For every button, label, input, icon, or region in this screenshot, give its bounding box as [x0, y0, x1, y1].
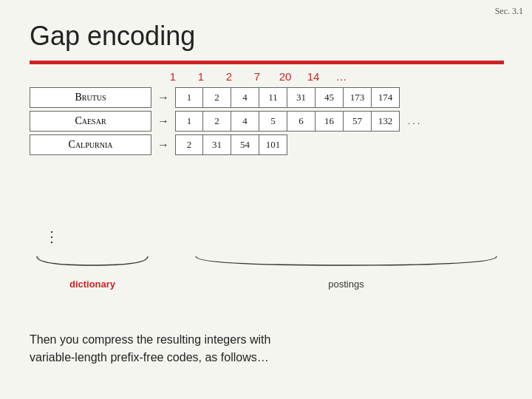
posting-cell: 4 — [231, 87, 259, 108]
posting-cell: 45 — [316, 87, 344, 108]
table-row: Caesar → 1 2 4 5 6 16 57 132 . . . — [30, 111, 504, 132]
arrow-icon: → — [151, 138, 175, 151]
posting-cell: 4 — [231, 111, 259, 132]
term-cell-calpurnia: Calpurnia — [30, 134, 151, 155]
col-header-7: … — [327, 70, 355, 83]
postings-caesar: 1 2 4 5 6 16 57 132 . . . — [175, 111, 428, 132]
vertical-dots: ⋮ — [44, 228, 61, 245]
postings-brace: postings — [188, 255, 504, 284]
footer-text: Then you compress the resulting integers… — [30, 331, 270, 366]
col-header-3: 2 — [215, 70, 243, 83]
posting-cell: 174 — [372, 87, 400, 108]
page-title: Gap encoding — [30, 21, 195, 52]
posting-cell: 31 — [287, 87, 316, 108]
postings-label: postings — [188, 279, 504, 290]
postings-calpurnia: 2 31 54 101 — [175, 134, 287, 155]
postings-brace-svg — [188, 255, 504, 277]
posting-cell: 6 — [287, 111, 316, 132]
posting-cell: 57 — [344, 111, 372, 132]
section-label: Sec. 3.1 — [495, 6, 523, 17]
dictionary-brace: dictionary — [30, 255, 155, 284]
posting-cell: 132 — [372, 111, 400, 132]
col-header-1: 1 — [159, 70, 187, 83]
col-header-4: 7 — [243, 70, 271, 83]
posting-cell: 2 — [203, 111, 231, 132]
table-row: Brutus → 1 2 4 11 31 45 173 174 — [30, 87, 504, 108]
posting-cell: 31 — [203, 134, 231, 155]
term-cell-brutus: Brutus — [30, 87, 151, 108]
col-header-5: 20 — [271, 70, 299, 83]
posting-cell: 1 — [175, 111, 203, 132]
posting-cell: 1 — [175, 87, 203, 108]
posting-cell: 2 — [203, 87, 231, 108]
postings-table: Brutus → 1 2 4 11 31 45 173 174 Caesar →… — [30, 87, 504, 158]
brace-area: dictionary postings — [30, 255, 504, 307]
col-header-2: 1 — [187, 70, 215, 83]
posting-cell: 173 — [344, 87, 372, 108]
title-underline — [30, 61, 504, 64]
posting-cell: 101 — [259, 134, 287, 155]
arrow-icon: → — [151, 91, 175, 104]
table-row: Calpurnia → 2 31 54 101 — [30, 134, 504, 155]
posting-cell: 5 — [259, 111, 287, 132]
posting-cell: 54 — [231, 134, 259, 155]
col-header-6: 14 — [299, 70, 327, 83]
column-headers: 1 1 2 7 20 14 … — [159, 70, 355, 83]
posting-cell: 16 — [316, 111, 344, 132]
arrow-icon: → — [151, 115, 175, 128]
posting-cell: 2 — [175, 134, 203, 155]
postings-brutus: 1 2 4 11 31 45 173 174 — [175, 87, 400, 108]
dict-brace-svg — [30, 255, 155, 277]
posting-cell: 11 — [259, 87, 287, 108]
ellipsis-cell: . . . — [400, 111, 428, 132]
term-cell-caesar: Caesar — [30, 111, 151, 132]
dictionary-label: dictionary — [30, 279, 155, 290]
